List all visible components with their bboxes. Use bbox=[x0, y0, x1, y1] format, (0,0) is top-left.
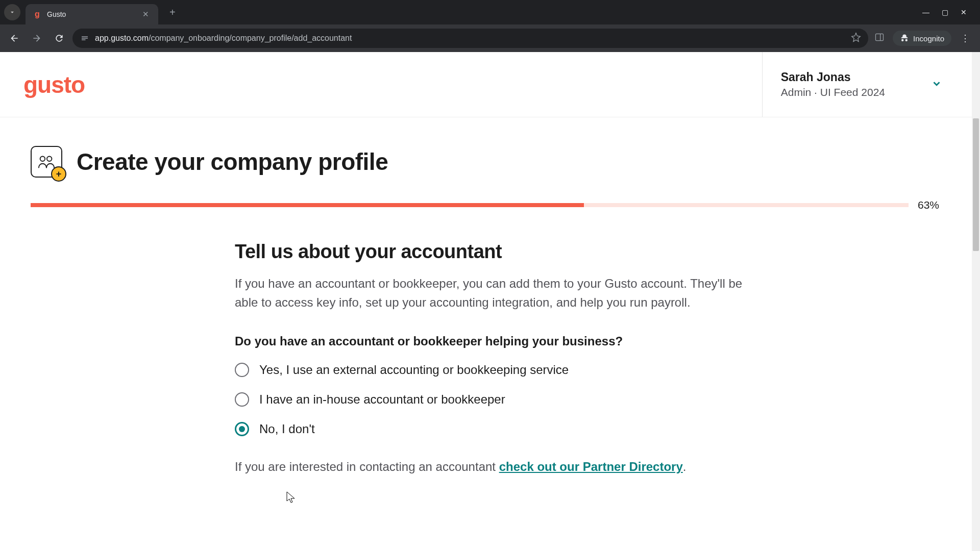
radio-group-accountant: Yes, I use an external accounting or boo… bbox=[235, 363, 755, 436]
radio-option-external[interactable]: Yes, I use an external accounting or boo… bbox=[235, 363, 755, 377]
window-controls: — ▢ ✕ bbox=[922, 8, 976, 16]
forward-button[interactable] bbox=[28, 29, 46, 47]
company-profile-icon: + bbox=[31, 146, 62, 178]
gusto-logo[interactable]: gusto bbox=[23, 71, 85, 98]
incognito-label: Incognito bbox=[913, 34, 944, 43]
radio-icon bbox=[235, 363, 249, 377]
close-tab-icon[interactable]: ✕ bbox=[140, 9, 151, 20]
user-info: Sarah Jonas Admin · UI Feed 2024 bbox=[781, 70, 885, 98]
radio-option-inhouse[interactable]: I have an in-house accountant or bookkee… bbox=[235, 392, 755, 407]
footnote-suffix: . bbox=[683, 460, 687, 473]
radio-label: Yes, I use an external accounting or boo… bbox=[259, 363, 569, 377]
accountant-question: Do you have an accountant or bookkeeper … bbox=[235, 334, 755, 348]
scrollbar-track[interactable] bbox=[972, 52, 980, 551]
incognito-icon bbox=[900, 34, 909, 43]
url-text: app.gusto.com/company_onboarding/company… bbox=[95, 34, 846, 43]
radio-label: I have an in-house accountant or bookkee… bbox=[259, 392, 505, 407]
url-field[interactable]: app.gusto.com/company_onboarding/company… bbox=[72, 29, 868, 48]
partner-directory-footnote: If you are interested in contacting an a… bbox=[235, 460, 755, 474]
bookmark-star-icon[interactable] bbox=[851, 32, 861, 44]
radio-option-none[interactable]: No, I don't bbox=[235, 422, 755, 436]
page-viewport: gusto Sarah Jonas Admin · UI Feed 2024 bbox=[0, 52, 980, 551]
minimize-button[interactable]: — bbox=[922, 8, 929, 16]
browser-menu-icon[interactable]: ⋮ bbox=[955, 33, 975, 44]
radio-icon bbox=[235, 392, 249, 407]
back-button[interactable] bbox=[5, 29, 23, 47]
tab-title: Gusto bbox=[47, 10, 140, 18]
incognito-indicator[interactable]: Incognito bbox=[893, 31, 951, 46]
address-bar: app.gusto.com/company_onboarding/company… bbox=[0, 24, 980, 52]
scrollbar-thumb[interactable] bbox=[973, 118, 979, 251]
user-role: Admin · UI Feed 2024 bbox=[781, 86, 885, 98]
browser-tab[interactable]: g Gusto ✕ bbox=[26, 4, 158, 24]
svg-point-2 bbox=[40, 157, 45, 162]
reload-button[interactable] bbox=[50, 29, 68, 47]
radio-icon bbox=[235, 422, 249, 436]
progress-fill bbox=[31, 203, 584, 207]
radio-label: No, I don't bbox=[259, 422, 315, 436]
page-title-row: + Create your company profile bbox=[31, 146, 939, 178]
svg-point-3 bbox=[47, 157, 52, 162]
progress-bar bbox=[31, 203, 909, 207]
app-header: gusto Sarah Jonas Admin · UI Feed 2024 bbox=[0, 52, 980, 117]
side-panel-icon[interactable] bbox=[874, 32, 885, 44]
chevron-down-icon bbox=[931, 78, 942, 91]
user-menu[interactable]: Sarah Jonas Admin · UI Feed 2024 bbox=[762, 52, 957, 117]
new-tab-button[interactable]: + bbox=[165, 5, 180, 20]
partner-directory-link[interactable]: check out our Partner Directory bbox=[499, 460, 683, 473]
plus-badge-icon: + bbox=[51, 166, 66, 182]
progress-row: 63% bbox=[31, 199, 939, 211]
close-window-button[interactable]: ✕ bbox=[961, 8, 967, 16]
page-title: Create your company profile bbox=[77, 148, 388, 176]
section-description: If you have an accountant or bookkeeper,… bbox=[235, 274, 755, 312]
tab-strip: g Gusto ✕ + — ▢ ✕ bbox=[0, 0, 980, 24]
user-name: Sarah Jonas bbox=[781, 70, 885, 84]
maximize-button[interactable]: ▢ bbox=[942, 8, 948, 16]
progress-percent: 63% bbox=[918, 199, 939, 211]
tab-search-dropdown[interactable] bbox=[4, 4, 20, 20]
site-info-icon[interactable] bbox=[80, 33, 90, 43]
svg-rect-0 bbox=[876, 34, 884, 40]
footnote-prefix: If you are interested in contacting an a… bbox=[235, 460, 499, 473]
gusto-favicon-icon: g bbox=[33, 10, 42, 19]
section-heading: Tell us about your accountant bbox=[235, 241, 755, 263]
